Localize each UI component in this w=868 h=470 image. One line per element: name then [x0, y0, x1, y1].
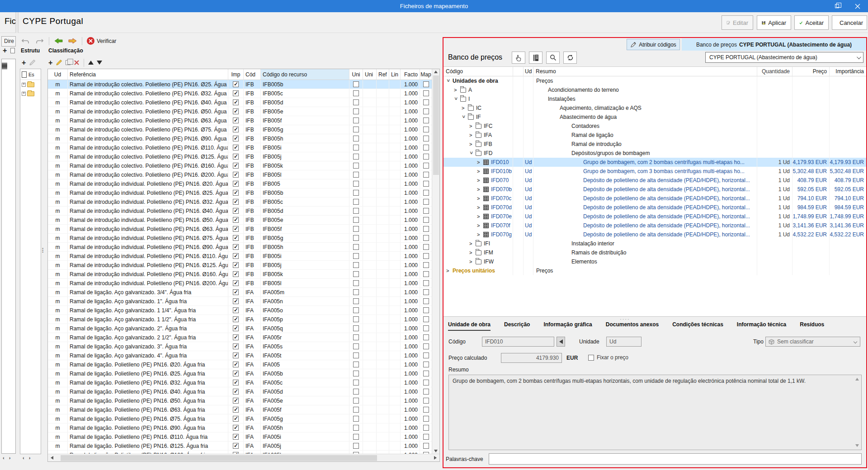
- unidade-field[interactable]: Ud: [606, 337, 642, 347]
- imp-checkbox[interactable]: [233, 226, 239, 232]
- imp-checkbox[interactable]: [233, 434, 239, 440]
- imp-checkbox[interactable]: [233, 136, 239, 141]
- uni-checkbox[interactable]: [353, 208, 359, 214]
- chevron-expander-icon[interactable]: >: [461, 115, 467, 120]
- column-header-ref[interactable]: Ref: [377, 69, 389, 80]
- hand-pick-button[interactable]: [512, 52, 525, 64]
- imp-checkbox[interactable]: [233, 298, 239, 304]
- chevron-expander-icon[interactable]: >: [477, 187, 481, 192]
- tree-row[interactable]: >IFIInstalação interior: [443, 239, 866, 248]
- close-button[interactable]: [847, 0, 868, 12]
- tree-row[interactable]: >IInstalações: [443, 94, 866, 103]
- refresh-button[interactable]: [563, 52, 577, 64]
- uni-checkbox[interactable]: [353, 127, 359, 132]
- chevron-expander-icon[interactable]: >: [469, 250, 474, 255]
- map-checkbox[interactable]: [423, 316, 429, 322]
- tree-row[interactable]: >IFD070eUdDepósito de polietileno de alt…: [443, 212, 866, 221]
- imp-checkbox[interactable]: [233, 118, 239, 123]
- uni-checkbox[interactable]: [353, 154, 359, 160]
- imp-checkbox[interactable]: [233, 108, 239, 114]
- map-checkbox[interactable]: [423, 407, 429, 413]
- table-row[interactable]: mRamal de ligação. Aço galvanizado. 2 1/…: [48, 333, 432, 342]
- uni-checkbox[interactable]: [353, 81, 359, 87]
- back-arrow-button[interactable]: [557, 337, 565, 347]
- chevron-expander-icon[interactable]: >: [469, 241, 474, 246]
- delete-icon[interactable]: [74, 60, 80, 66]
- chevron-expander-icon[interactable]: >: [454, 87, 458, 93]
- map-next-button[interactable]: [67, 36, 77, 46]
- codigo-field[interactable]: IFD010: [482, 337, 554, 347]
- tree-row[interactable]: >IFD070cUdDepósito de polietileno de alt…: [443, 194, 866, 203]
- table-row[interactable]: mRamal de ligação. Polietileno (PE) PN16…: [48, 442, 432, 451]
- file-icon[interactable]: [10, 48, 15, 53]
- redo-button[interactable]: [34, 36, 44, 46]
- tree-row[interactable]: >IFD070gUdDepósito de polietileno de alt…: [443, 230, 866, 239]
- chevron-expander-icon[interactable]: >: [446, 268, 451, 273]
- chevron-expander-icon[interactable]: >: [469, 123, 474, 129]
- imp-checkbox[interactable]: [233, 253, 239, 259]
- table-row[interactable]: mRamal de introdução individual. Polieti…: [48, 216, 432, 225]
- imp-checkbox[interactable]: [233, 280, 239, 286]
- uni-checkbox[interactable]: [353, 443, 359, 449]
- add-icon[interactable]: +: [22, 59, 26, 66]
- edit-pencil-icon[interactable]: [56, 59, 62, 66]
- map-checkbox[interactable]: [423, 334, 429, 340]
- map-checkbox[interactable]: [423, 434, 429, 440]
- horizontal-scrollbar[interactable]: [48, 454, 439, 461]
- table-row[interactable]: mRamal de introdução individual. Polieti…: [48, 279, 432, 288]
- uni-checkbox[interactable]: [353, 244, 359, 250]
- uni-checkbox[interactable]: [353, 289, 359, 295]
- uni-checkbox[interactable]: [353, 136, 359, 141]
- mapping-file-radio[interactable]: [6, 62, 7, 70]
- map-checkbox[interactable]: [423, 352, 429, 358]
- table-row[interactable]: mRamal de ligação. Aço galvanizado. 3/4"…: [48, 288, 432, 297]
- uni-checkbox[interactable]: [353, 235, 359, 241]
- table-row[interactable]: mRamal de introdução colectivo. Polietil…: [48, 80, 432, 89]
- uni-checkbox[interactable]: [353, 199, 359, 205]
- uni-checkbox[interactable]: [353, 407, 359, 413]
- tree-column-quantidade[interactable]: Quantidade: [757, 67, 793, 76]
- table-row[interactable]: mRamal de ligação. Aço galvanizado. 4". …: [48, 351, 432, 360]
- uni-checkbox[interactable]: [353, 145, 359, 150]
- imp-checkbox[interactable]: [233, 190, 239, 196]
- chevron-expander-icon[interactable]: >: [477, 205, 481, 210]
- chevron-expander-icon[interactable]: >: [477, 178, 481, 183]
- chevron-expander-icon[interactable]: >: [469, 151, 474, 156]
- edit-pencil-icon[interactable]: [29, 59, 36, 66]
- tree-column-ud[interactable]: Ud: [524, 67, 533, 76]
- map-checkbox[interactable]: [423, 325, 429, 331]
- bank-select[interactable]: CYPE PORTUGAL (Abastecimento de água): [705, 52, 863, 63]
- imp-checkbox[interactable]: [233, 289, 239, 295]
- uni-checkbox[interactable]: [353, 298, 359, 304]
- map-checkbox[interactable]: [423, 235, 429, 241]
- map-checkbox[interactable]: [423, 389, 429, 395]
- imp-checkbox[interactable]: [233, 425, 239, 431]
- imp-checkbox[interactable]: [233, 99, 239, 105]
- table-row[interactable]: mRamal de ligação. Aço galvanizado. 3". …: [48, 342, 432, 351]
- column-header-facto[interactable]: Facto: [401, 69, 420, 80]
- tree-row[interactable]: >IFD010UdGrupo de bombagem, com 2 bombas…: [443, 158, 866, 167]
- imp-checkbox[interactable]: [233, 81, 239, 87]
- map-checkbox[interactable]: [423, 362, 429, 367]
- table-row[interactable]: mRamal de introdução colectivo. Polietil…: [48, 161, 432, 170]
- preco-calculado-field[interactable]: 4179.930: [501, 353, 562, 363]
- palavras-chave-input[interactable]: [489, 453, 862, 465]
- aceitar-button[interactable]: Aceitar: [794, 15, 829, 30]
- map-checkbox[interactable]: [423, 425, 429, 431]
- table-row[interactable]: mRamal de introdução colectivo. Polietil…: [48, 98, 432, 107]
- map-checkbox[interactable]: [423, 90, 429, 96]
- tree-column-resumo[interactable]: Resumo: [533, 67, 757, 76]
- imp-checkbox[interactable]: [233, 362, 239, 367]
- table-row[interactable]: mRamal de introdução colectivo. Polietil…: [48, 152, 432, 161]
- panel-splitter[interactable]: •••: [42, 248, 44, 253]
- table-row[interactable]: mRamal de introdução individual. Polieti…: [48, 207, 432, 216]
- tree-row[interactable]: >IFD010bUdGrupo de bombagem, com 3 bomba…: [443, 167, 866, 176]
- map-checkbox[interactable]: [423, 181, 429, 187]
- tipo-select[interactable]: Sem classificar: [765, 337, 860, 347]
- detail-tab-7[interactable]: Resíduos: [800, 321, 824, 331]
- map-checkbox[interactable]: [423, 371, 429, 376]
- column-header-cod[interactable]: Cód: [244, 69, 261, 80]
- selector-scroll-arrows[interactable]: ‹›: [3, 455, 10, 461]
- undo-button[interactable]: [21, 36, 31, 46]
- table-row[interactable]: mRamal de ligação. Aço galvanizado. 2". …: [48, 324, 432, 333]
